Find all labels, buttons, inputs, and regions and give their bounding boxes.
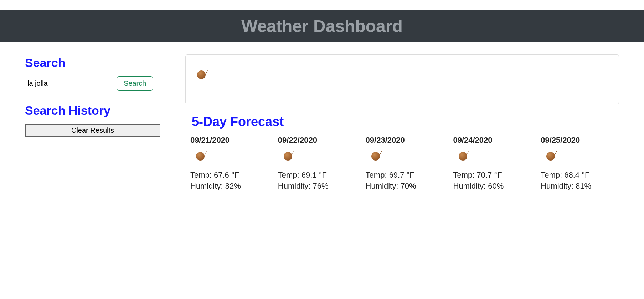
forecast-card: 09/25/2020 Temp: 68.4 °F Humidity: 81% [539,136,619,192]
forecast-date: 09/24/2020 [453,136,529,145]
forecast-row: 09/21/2020 Temp: 67.6 °F Humidity: 82% 0… [185,136,619,192]
forecast-date: 09/21/2020 [190,136,267,145]
forecast-temp: Temp: 69.1 °F [278,170,354,181]
forecast-date: 09/22/2020 [278,136,354,145]
search-button[interactable]: Search [117,76,153,91]
weather-icon [195,151,207,162]
forecast-humidity: Humidity: 76% [278,181,354,192]
main-panel: 5-Day Forecast 09/21/2020 Temp: 67.6 °F … [185,53,619,192]
forecast-temp: Temp: 67.6 °F [190,170,267,181]
forecast-temp: Temp: 70.7 °F [453,170,529,181]
forecast-card: 09/21/2020 Temp: 67.6 °F Humidity: 82% [188,136,269,192]
search-heading: Search [25,56,175,70]
weather-icon [458,151,469,162]
clear-results-button[interactable]: Clear Results [25,124,160,137]
weather-icon [196,69,208,80]
search-history-block: Search History Clear Results [25,104,175,137]
forecast-humidity: Humidity: 81% [541,181,617,192]
forecast-temp: Temp: 69.7 °F [366,170,442,181]
sidebar: Search Search Search History Clear Resul… [25,53,175,137]
search-history-heading: Search History [25,104,175,117]
forecast-humidity: Humidity: 60% [453,181,529,192]
forecast-date: 09/23/2020 [366,136,442,145]
weather-icon [283,151,294,162]
forecast-card: 09/24/2020 Temp: 70.7 °F Humidity: 60% [451,136,531,192]
forecast-date: 09/25/2020 [541,136,617,145]
main-container: Search Search Search History Clear Resul… [0,42,644,206]
search-input[interactable] [25,78,114,89]
weather-icon [546,151,557,162]
weather-icon [371,151,382,162]
forecast-card: 09/23/2020 Temp: 69.7 °F Humidity: 70% [364,136,444,192]
search-row: Search [25,76,175,91]
forecast-humidity: Humidity: 82% [190,181,267,192]
forecast-temp: Temp: 68.4 °F [541,170,617,181]
forecast-card: 09/22/2020 Temp: 69.1 °F Humidity: 76% [276,136,356,192]
page-title: Weather Dashboard [0,10,644,42]
current-weather-card [185,54,619,104]
forecast-heading: 5-Day Forecast [192,114,619,129]
forecast-humidity: Humidity: 70% [366,181,442,192]
